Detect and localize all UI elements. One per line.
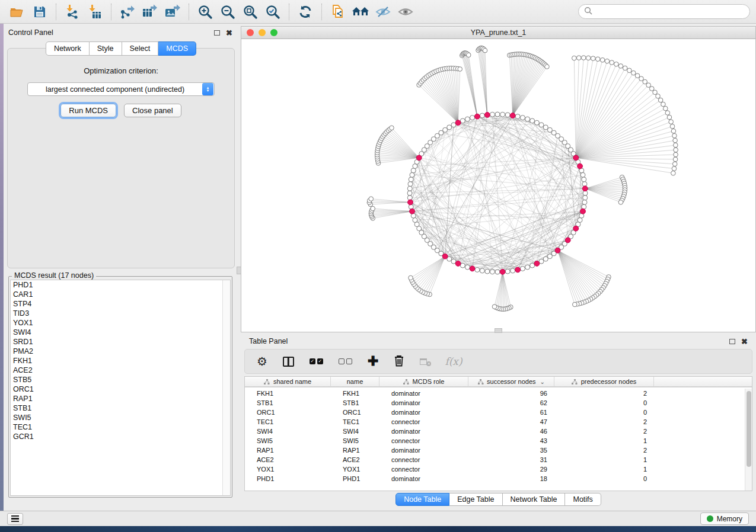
cell-name[interactable]: STB1 — [331, 399, 379, 406]
optimization-criterion-dropdown[interactable]: largest connected component (undirected)… — [27, 82, 215, 96]
float-panel-icon[interactable] — [214, 30, 220, 36]
cell-MCDS-role[interactable]: dominator — [379, 399, 468, 406]
mcds-result-item[interactable]: RAP1 — [11, 394, 222, 403]
mcds-result-item[interactable]: ORC1 — [11, 384, 222, 394]
tab-motifs[interactable]: Motifs — [565, 493, 601, 506]
show-columns-button[interactable] — [283, 357, 294, 367]
cell-predecessor-nodes[interactable]: 1 — [554, 466, 654, 473]
column-header-MCDS-role[interactable]: MCDS role — [379, 377, 468, 386]
cell-predecessor-nodes[interactable]: 1 — [554, 437, 654, 444]
cell-name[interactable]: PHD1 — [331, 475, 379, 482]
cell-name[interactable]: TEC1 — [331, 418, 379, 425]
zoom-selected-button[interactable] — [261, 2, 284, 22]
mcds-result-item[interactable]: SWI4 — [11, 328, 222, 337]
mcds-result-scrollbar[interactable] — [222, 280, 230, 495]
cell-MCDS-role[interactable]: connector — [379, 437, 468, 444]
cell-MCDS-role[interactable]: dominator — [379, 390, 468, 397]
cell-shared-name[interactable]: SWI4 — [245, 428, 331, 435]
mcds-result-item[interactable]: CAR1 — [11, 290, 222, 299]
cell-MCDS-role[interactable]: dominator — [379, 447, 468, 454]
table-row[interactable]: FKH1FKH1dominator962 — [245, 389, 745, 398]
table-row[interactable]: YOX1YOX1connector291 — [245, 464, 745, 474]
tab-node-table[interactable]: Node Table — [395, 493, 449, 506]
close-table-panel-icon[interactable]: ✖ — [741, 338, 748, 345]
cell-MCDS-role[interactable]: dominator — [379, 409, 468, 416]
cell-successor-nodes[interactable]: 18 — [468, 475, 554, 482]
zoom-in-button[interactable] — [194, 2, 216, 22]
close-panel-button[interactable]: Close panel — [124, 104, 181, 117]
table-row[interactable]: ORC1ORC1dominator610 — [245, 408, 745, 417]
share-network-button[interactable] — [327, 2, 349, 22]
mcds-result-item[interactable]: PHD1 — [11, 280, 222, 290]
float-table-panel-icon[interactable] — [729, 339, 735, 344]
task-history-button[interactable] — [7, 513, 23, 525]
export-network-button[interactable] — [116, 2, 139, 22]
cell-successor-nodes[interactable]: 62 — [468, 399, 554, 406]
tab-network[interactable]: Network — [46, 41, 90, 56]
cell-successor-nodes[interactable]: 96 — [468, 390, 554, 397]
cell-successor-nodes[interactable]: 46 — [468, 428, 554, 435]
cell-successor-nodes[interactable]: 43 — [468, 437, 554, 444]
search-input[interactable] — [592, 8, 744, 16]
mcds-result-item[interactable]: PMA2 — [11, 347, 222, 356]
cell-shared-name[interactable]: YOX1 — [245, 466, 331, 473]
cell-name[interactable]: ORC1 — [331, 409, 379, 416]
cell-predecessor-nodes[interactable]: 0 — [554, 475, 654, 482]
table-row[interactable]: ACE2ACE2connector311 — [245, 455, 745, 464]
table-row[interactable]: RAP1RAP1dominator352 — [245, 446, 745, 455]
tab-edge-table[interactable]: Edge Table — [449, 493, 502, 506]
cell-successor-nodes[interactable]: 47 — [468, 418, 554, 425]
cell-successor-nodes[interactable]: 61 — [468, 409, 554, 416]
mcds-result-item[interactable]: SRD1 — [11, 337, 222, 347]
column-header-predecessor-nodes[interactable]: predecessor nodes — [554, 377, 654, 386]
refresh-layout-button[interactable] — [294, 2, 317, 22]
mcds-result-item[interactable]: SWI5 — [11, 413, 222, 422]
tab-mcds[interactable]: MCDS — [158, 41, 196, 56]
vertical-splitter-grip[interactable] — [237, 267, 241, 274]
zoom-fit-button[interactable] — [239, 2, 261, 22]
cell-predecessor-nodes[interactable]: 2 — [554, 428, 654, 435]
export-image-button[interactable] — [161, 2, 184, 22]
network-graph[interactable] — [241, 39, 755, 332]
tab-select[interactable]: Select — [122, 41, 159, 56]
cell-name[interactable]: YOX1 — [331, 466, 379, 473]
mcds-result-item[interactable]: TID3 — [11, 309, 222, 318]
cell-MCDS-role[interactable]: dominator — [379, 475, 468, 482]
run-mcds-button[interactable]: Run MCDS — [60, 104, 116, 117]
column-header-successor-nodes[interactable]: successor nodes⌄ — [468, 377, 554, 386]
table-row[interactable]: PHD1PHD1dominator180 — [245, 474, 745, 483]
export-table-button[interactable] — [139, 2, 161, 22]
horizontal-splitter-grip[interactable] — [495, 328, 502, 333]
cell-predecessor-nodes[interactable]: 2 — [554, 447, 654, 454]
import-network-button[interactable] — [61, 2, 84, 22]
mcds-result-item[interactable]: GCR1 — [11, 432, 222, 441]
cell-name[interactable]: SWI5 — [331, 437, 379, 444]
cell-shared-name[interactable]: STB1 — [245, 399, 331, 406]
table-settings-button[interactable]: ⚙ — [257, 355, 267, 367]
tab-network-table[interactable]: Network Table — [503, 493, 566, 506]
cell-predecessor-nodes[interactable]: 0 — [554, 409, 654, 416]
save-session-button[interactable] — [28, 2, 51, 22]
cell-shared-name[interactable]: PHD1 — [245, 475, 331, 482]
cell-name[interactable]: ACE2 — [331, 456, 379, 463]
column-header-name[interactable]: name — [331, 377, 379, 386]
mcds-result-item[interactable]: TEC1 — [11, 422, 222, 432]
mcds-result-item[interactable]: STB1 — [11, 403, 222, 413]
table-row[interactable]: TEC1TEC1connector472 — [245, 417, 745, 427]
cell-MCDS-role[interactable]: dominator — [379, 428, 468, 435]
cell-name[interactable]: FKH1 — [331, 390, 379, 397]
cell-predecessor-nodes[interactable]: 2 — [554, 390, 654, 397]
mcds-result-item[interactable]: FKH1 — [11, 356, 222, 366]
cell-shared-name[interactable]: SWI5 — [245, 437, 331, 444]
delete-table-button[interactable]: ✕ — [420, 358, 429, 365]
cell-predecessor-nodes[interactable]: 2 — [554, 418, 654, 425]
table-row[interactable]: STB1STB1dominator620 — [245, 398, 745, 408]
close-panel-icon[interactable]: ✖ — [226, 29, 232, 37]
mcds-result-item[interactable]: STB5 — [11, 375, 222, 384]
cell-name[interactable]: SWI4 — [331, 428, 379, 435]
cell-shared-name[interactable]: TEC1 — [245, 418, 331, 425]
cell-successor-nodes[interactable]: 31 — [468, 456, 554, 463]
cell-shared-name[interactable]: ACE2 — [245, 456, 331, 463]
hide-selected-button[interactable] — [372, 2, 394, 22]
cell-shared-name[interactable]: ORC1 — [245, 409, 331, 416]
